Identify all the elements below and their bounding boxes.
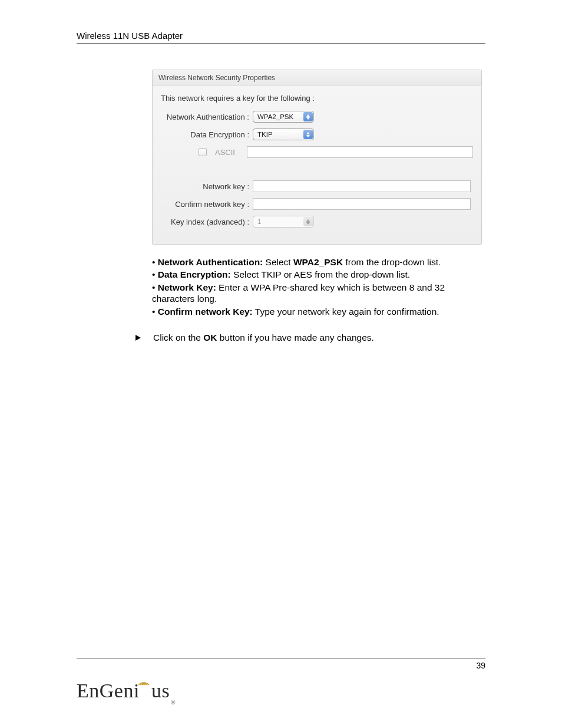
instr3-label: Network Key: [158, 282, 216, 292]
confirm-key-label: Confirm network key : [161, 200, 253, 209]
engenius-logo: EnGeni us® [77, 680, 174, 702]
confirm-key-input[interactable] [253, 198, 471, 210]
network-key-label: Network key : [161, 182, 253, 191]
ascii-checkbox-icon[interactable] [199, 148, 207, 156]
arrow-right-icon [134, 334, 143, 344]
page-number: 39 [476, 661, 485, 670]
ascii-label: ASCII [215, 148, 235, 157]
security-panel: Wireless Network Security Properties Thi… [152, 70, 482, 245]
key-index-stepper[interactable]: 1 [253, 216, 314, 228]
instr4-label: Confirm network Key: [158, 307, 253, 317]
page-header: Wireless 11N USB Adapter [77, 31, 485, 44]
encryption-value: TKIP [257, 131, 273, 138]
encryption-label: Data Encryption : [161, 130, 253, 139]
instr1-label: Network Authentication: [158, 257, 263, 267]
ok-instruction: Click on the OK button if you have made … [134, 332, 485, 344]
panel-intro: This network requires a key for the foll… [161, 94, 473, 103]
panel-title: Wireless Network Security Properties [153, 70, 481, 85]
key-index-label: Key index (advanced) : [161, 218, 253, 226]
key-index-value: 1 [257, 218, 262, 226]
network-auth-select[interactable]: WPA2_PSK [253, 111, 314, 123]
ascii-input[interactable] [247, 146, 473, 158]
network-auth-label: Network Authentication : [161, 113, 253, 121]
wifi-icon [138, 669, 150, 691]
footer-divider [77, 658, 485, 658]
encryption-select[interactable]: TKIP [253, 129, 314, 140]
updown-icon [303, 130, 313, 139]
instructions-block: • Network Authentication: Select WPA2_PS… [152, 256, 488, 317]
updown-icon [303, 217, 313, 226]
network-auth-value: WPA2_PSK [257, 113, 293, 120]
updown-icon [303, 112, 313, 121]
registered-icon: ® [171, 699, 176, 706]
network-key-input[interactable] [253, 180, 471, 192]
instr2-label: Data Encryption: [158, 269, 231, 279]
